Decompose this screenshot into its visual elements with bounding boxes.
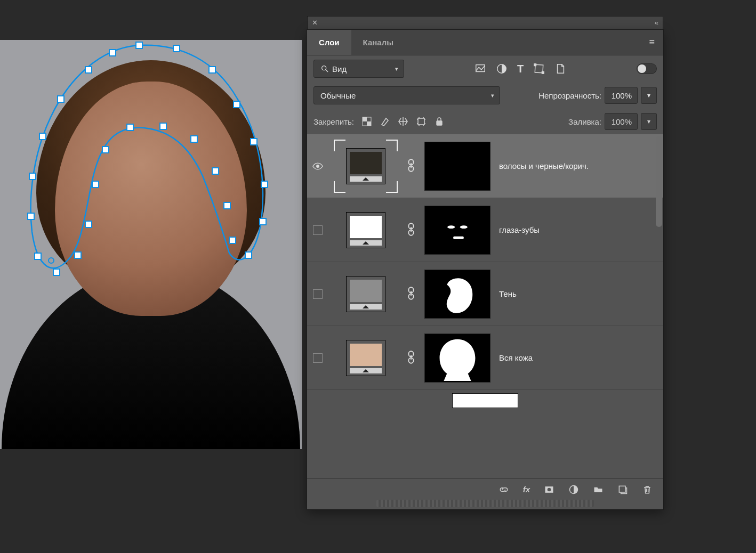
svg-point-47	[460, 225, 468, 229]
layer-visibility-toggle[interactable]	[310, 289, 325, 299]
layer-row[interactable]: Тень	[307, 262, 663, 326]
svg-rect-5	[261, 181, 268, 188]
svg-rect-9	[224, 202, 230, 209]
opacity-label: Непрозрачность:	[538, 91, 601, 100]
lock-pixels-icon[interactable]	[380, 116, 390, 127]
svg-rect-11	[191, 136, 197, 142]
fill-label: Заливка:	[568, 117, 601, 126]
eye-icon	[312, 162, 323, 170]
svg-point-39	[316, 165, 319, 168]
layers-panel: Слои Каналы ≡ Вид ▾ T	[307, 30, 663, 509]
svg-rect-33	[542, 72, 544, 74]
link-icon[interactable]	[406, 286, 416, 302]
panel-menu-icon[interactable]: ≡	[640, 37, 663, 48]
svg-rect-7	[245, 252, 252, 258]
svg-rect-17	[75, 252, 81, 258]
layer-visibility-toggle[interactable]	[310, 225, 325, 235]
document-canvas[interactable]	[0, 40, 302, 449]
tab-layers[interactable]: Слои	[307, 30, 351, 55]
svg-rect-48	[453, 236, 464, 239]
svg-rect-14	[102, 147, 109, 153]
link-layers-icon[interactable]	[498, 484, 509, 495]
layer-mask-thumbnail[interactable]	[424, 334, 490, 383]
new-adjustment-icon[interactable]	[568, 484, 579, 495]
svg-point-46	[447, 225, 455, 229]
layer-thumbnail[interactable]	[334, 140, 398, 193]
filter-adjustment-icon[interactable]	[496, 63, 508, 75]
chevron-down-icon: ▾	[395, 66, 398, 72]
opacity-value-field[interactable]: 100%	[605, 87, 638, 104]
layer-mask-thumbnail[interactable]	[424, 206, 490, 255]
svg-rect-25	[109, 50, 116, 56]
layer-filter-kind-label: Вид	[332, 64, 347, 74]
link-icon[interactable]	[406, 158, 416, 174]
opacity-value: 100%	[612, 91, 632, 100]
svg-rect-21	[29, 173, 36, 180]
layer-thumbnail	[452, 393, 518, 408]
svg-rect-3	[234, 101, 240, 108]
link-icon[interactable]	[406, 222, 416, 238]
delete-layer-icon[interactable]	[642, 484, 653, 495]
filter-type-icon[interactable]: T	[517, 63, 524, 75]
layer-thumbnail[interactable]	[334, 204, 398, 257]
svg-rect-8	[229, 237, 236, 243]
svg-point-26	[49, 258, 54, 263]
layer-name[interactable]: глаза-зубы	[499, 225, 658, 234]
fill-value: 100%	[612, 117, 632, 126]
layer-row[interactable]: глаза-зубы	[307, 198, 663, 262]
fill-dropdown-button[interactable]: ▾	[641, 113, 657, 130]
collapse-icon[interactable]: «	[655, 19, 658, 27]
panel-title-bar[interactable]: ✕ «	[307, 16, 663, 30]
svg-rect-37	[418, 118, 424, 125]
scrollbar-thumb[interactable]	[656, 136, 662, 227]
vector-path[interactable]	[0, 40, 302, 449]
layer-visibility-toggle[interactable]	[310, 162, 325, 170]
svg-rect-23	[58, 96, 64, 102]
lock-artboard-icon[interactable]	[416, 116, 427, 127]
layer-name[interactable]: волосы и черные/корич.	[499, 161, 658, 170]
layer-name[interactable]: Тень	[499, 289, 658, 298]
layer-name[interactable]: Вся кожа	[499, 353, 658, 362]
visibility-empty-icon	[313, 225, 323, 235]
layer-row-partial[interactable]	[307, 390, 663, 409]
layer-row[interactable]: волосы и черные/корич.	[307, 134, 663, 198]
add-mask-icon[interactable]	[544, 484, 554, 495]
svg-rect-19	[35, 253, 41, 259]
link-icon[interactable]	[406, 350, 416, 366]
layer-thumbnail[interactable]	[334, 267, 398, 321]
layer-row[interactable]: Вся кожа	[307, 326, 663, 390]
svg-rect-22	[39, 133, 46, 140]
layer-thumbnail[interactable]	[334, 331, 398, 385]
lock-transparency-icon[interactable]	[361, 116, 372, 127]
layer-mask-thumbnail[interactable]	[424, 270, 490, 319]
svg-rect-0	[136, 42, 142, 48]
svg-rect-2	[209, 67, 215, 73]
layer-style-icon[interactable]: fx	[523, 485, 530, 494]
layers-list: волосы и черные/корич. глаза-зубы	[307, 134, 663, 478]
svg-rect-12	[160, 123, 166, 129]
visibility-empty-icon	[313, 289, 323, 299]
lock-position-icon[interactable]	[398, 116, 408, 127]
svg-rect-4	[251, 139, 257, 145]
fill-value-field[interactable]: 100%	[605, 113, 638, 130]
new-group-icon[interactable]	[593, 484, 604, 495]
filter-pixel-icon[interactable]	[474, 63, 486, 75]
svg-point-56	[548, 487, 551, 491]
panel-resize-grip[interactable]	[376, 500, 594, 507]
layer-mask-thumbnail[interactable]	[424, 142, 490, 191]
lock-all-icon[interactable]	[434, 116, 445, 127]
layer-filter-kind-select[interactable]: Вид ▾	[313, 60, 404, 78]
filter-smartobject-icon[interactable]	[554, 63, 566, 75]
search-icon	[320, 64, 329, 73]
visibility-empty-icon	[313, 353, 323, 363]
blend-mode-select[interactable]: Обычные ▾	[313, 86, 500, 104]
svg-rect-38	[437, 121, 442, 125]
layer-filter-toggle[interactable]	[637, 63, 657, 74]
close-icon[interactable]: ✕	[312, 19, 318, 27]
opacity-dropdown-button[interactable]: ▾	[641, 87, 657, 104]
layer-visibility-toggle[interactable]	[310, 353, 325, 363]
new-layer-icon[interactable]	[617, 484, 628, 495]
filter-shape-icon[interactable]	[533, 63, 545, 75]
svg-rect-24	[85, 67, 92, 73]
tab-channels[interactable]: Каналы	[351, 30, 405, 55]
